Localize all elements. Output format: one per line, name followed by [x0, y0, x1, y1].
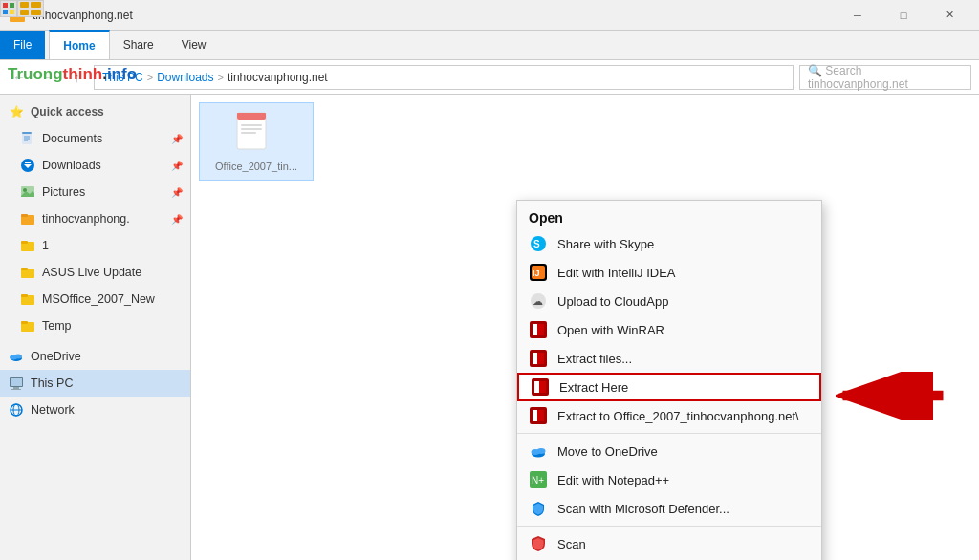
- path-sep-2: >: [218, 72, 224, 83]
- ctx-share-skype[interactable]: S Share with Skype: [517, 229, 821, 258]
- tab-home[interactable]: Home: [49, 30, 109, 59]
- ctx-scan[interactable]: Scan: [517, 529, 821, 558]
- folder1-label: 1: [42, 239, 49, 252]
- minimize-button[interactable]: ─: [836, 0, 880, 31]
- logo-thinh: thinh: [63, 65, 103, 84]
- sidebar-item-documents[interactable]: Documents 📌: [0, 125, 190, 152]
- svg-text:S: S: [533, 239, 540, 249]
- maximize-button[interactable]: □: [881, 0, 925, 31]
- pin-icon: 📌: [171, 134, 183, 144]
- window-controls: ─ □ ✕: [836, 0, 971, 31]
- svg-rect-27: [13, 387, 19, 389]
- ctx-defender[interactable]: Scan with Microsoft Defender...: [517, 494, 821, 523]
- ctx-intellij-label: Edit with IntelliJ IDEA: [557, 266, 676, 280]
- sidebar: ⭐ Quick access Documents 📌 Downloads 📌 P…: [0, 95, 191, 560]
- svg-rect-20: [21, 294, 28, 297]
- svg-rect-38: [237, 113, 266, 117]
- path-sep-1: >: [147, 72, 153, 83]
- sidebar-item-onedrive[interactable]: OneDrive: [0, 343, 190, 370]
- ribbon: File Home Share View: [0, 31, 979, 60]
- tinhoc-icon: [19, 210, 36, 227]
- winrar-icon: [529, 320, 548, 339]
- pin-icon-pic: 📌: [171, 187, 183, 198]
- sidebar-item-tinhoc[interactable]: tinhocvanphong. 📌: [0, 205, 190, 232]
- svg-point-60: [537, 448, 546, 454]
- ctx-sep-2: [517, 526, 821, 527]
- thispc-icon: [8, 375, 25, 392]
- file-item-office[interactable]: Office_2007_tin...: [199, 102, 314, 181]
- tab-share[interactable]: Share: [110, 31, 168, 59]
- svg-rect-35: [241, 124, 262, 126]
- ctx-extract-files[interactable]: Extract files...: [517, 344, 821, 373]
- quickaccess-icon: ⭐: [8, 103, 25, 120]
- asus-label: ASUS Live Update: [42, 266, 141, 279]
- sidebar-item-downloads[interactable]: Downloads 📌: [0, 152, 190, 179]
- file-name: Office_2007_tin...: [215, 161, 297, 172]
- ctx-defender-label: Scan with Microsoft Defender...: [557, 502, 729, 516]
- sidebar-item-network[interactable]: Network: [0, 397, 190, 423]
- ctx-cloudapp[interactable]: ☁ Upload to CloudApp: [517, 287, 821, 315]
- svg-rect-57: [537, 410, 544, 421]
- address-path[interactable]: This PC > Downloads > tinhocvanphong.net: [94, 65, 794, 90]
- network-label: Network: [31, 403, 75, 417]
- onedrive-label: OneDrive: [31, 350, 81, 363]
- ctx-onedrive-label: Move to OneDrive: [557, 444, 658, 459]
- onedrive-icon: [8, 348, 25, 365]
- sidebar-item-1[interactable]: 1: [0, 232, 190, 259]
- ctx-extract-to[interactable]: Extract to Office_2007_tinhocvanphong.ne…: [517, 401, 821, 430]
- svg-text:N+: N+: [532, 475, 544, 485]
- svg-rect-1: [10, 11, 16, 13]
- svg-rect-51: [537, 353, 544, 364]
- ctx-sep-1: [517, 433, 821, 434]
- ctx-onedrive[interactable]: Move to OneDrive: [517, 437, 821, 465]
- sidebar-item-asus[interactable]: ASUS Live Update: [0, 259, 190, 286]
- svg-rect-29: [11, 378, 22, 386]
- ctx-winrar-open[interactable]: Open with WinRAR: [517, 315, 821, 344]
- documents-icon: [19, 130, 36, 147]
- context-menu: Open S Share with Skype IJ Edit with Int…: [516, 200, 822, 560]
- sidebar-section-quickaccess: ⭐ Quick access: [0, 98, 190, 125]
- red-arrow: [836, 372, 950, 420]
- svg-rect-36: [241, 128, 262, 130]
- sidebar-item-temp[interactable]: Temp: [0, 312, 190, 339]
- close-button[interactable]: ✕: [927, 0, 971, 31]
- sidebar-quickaccess-label: Quick access: [31, 105, 104, 118]
- ribbon-tabs: File Home Share View: [0, 31, 979, 59]
- ctx-notepadpp[interactable]: N+ Edit with Notepad++: [517, 465, 821, 494]
- temp-label: Temp: [42, 319, 72, 333]
- downloads-label: Downloads: [42, 159, 101, 172]
- path-folder[interactable]: tinhocvanphong.net: [228, 71, 328, 84]
- svg-rect-50: [533, 353, 537, 364]
- svg-rect-9: [25, 162, 31, 163]
- sidebar-item-pictures[interactable]: Pictures 📌: [0, 179, 190, 205]
- onedrive-ctx-icon: [529, 442, 548, 461]
- documents-label: Documents: [42, 132, 102, 145]
- sidebar-item-thispc[interactable]: This PC: [0, 370, 190, 397]
- scan-icon: [529, 534, 548, 553]
- tab-view[interactable]: View: [168, 31, 221, 59]
- logo-truong: Truong: [8, 65, 63, 84]
- sidebar-item-msoffice[interactable]: MSOffice_2007_New: [0, 286, 190, 312]
- ctx-intellij[interactable]: IJ Edit with IntelliJ IDEA: [517, 258, 821, 287]
- search-box[interactable]: 🔍 Search tinhocvanphong.net: [799, 65, 971, 90]
- tab-file[interactable]: File: [0, 31, 45, 59]
- intellij-icon: IJ: [529, 263, 548, 282]
- ctx-cloudapp-label: Upload to CloudApp: [557, 294, 668, 309]
- address-bar: ← → ↑ This PC > Downloads > tinhocvanpho…: [0, 60, 979, 95]
- content-area: Office_2007_tin... Open S Share with Sky…: [191, 95, 979, 560]
- svg-rect-16: [21, 241, 28, 244]
- pictures-label: Pictures: [42, 185, 85, 199]
- window-title: tinhocvanphong.net: [33, 9, 133, 22]
- logo-info: info: [107, 65, 137, 84]
- ctx-notepadpp-label: Edit with Notepad++: [557, 473, 669, 487]
- title-bar: tinhocvanphong.net ─ □ ✕: [0, 0, 979, 31]
- ctx-extract-here[interactable]: Extract Here: [517, 373, 821, 401]
- file-icon: [233, 111, 279, 157]
- path-downloads[interactable]: Downloads: [157, 71, 213, 84]
- main-layout: ⭐ Quick access Documents 📌 Downloads 📌 P…: [0, 95, 979, 560]
- ctx-winrar-label: Open with WinRAR: [557, 323, 664, 337]
- svg-point-25: [14, 355, 22, 359]
- svg-rect-3: [22, 132, 32, 134]
- notepadpp-icon: N+: [529, 470, 548, 489]
- svg-rect-47: [533, 324, 537, 335]
